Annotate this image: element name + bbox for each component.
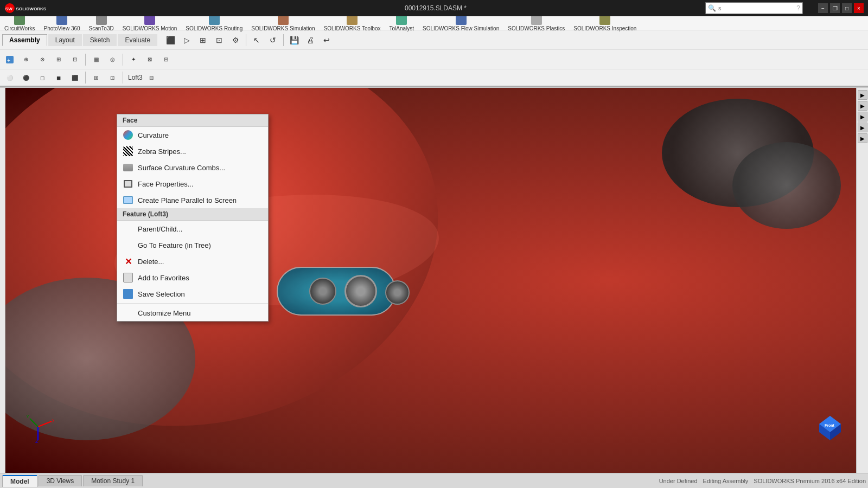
car-button-left bbox=[309, 278, 336, 305]
addin-plastics[interactable]: SOLIDWORKS Plastics bbox=[508, 15, 565, 31]
tab-model[interactable]: Model bbox=[2, 475, 37, 487]
restore-button[interactable]: ❐ bbox=[830, 3, 840, 13]
rt-btn-5[interactable]: ▶ bbox=[858, 133, 867, 143]
ctx-header-feature: Feature (Loft3) bbox=[117, 208, 268, 221]
feature-tool-7[interactable]: ⊡ bbox=[105, 70, 120, 85]
tab-evaluate[interactable]: Evaluate bbox=[118, 34, 157, 46]
svg-text:Front: Front bbox=[825, 423, 835, 427]
toolbar-btn-3[interactable]: ⊞ bbox=[195, 33, 210, 47]
axis-indicator: X Y Z bbox=[22, 410, 54, 443]
ctx-header-face: Face bbox=[117, 114, 268, 127]
addin-routing[interactable]: SOLIDWORKS Routing bbox=[186, 15, 242, 31]
addin-toolbox[interactable]: SOLIDWORKS Toolbox bbox=[324, 15, 381, 31]
svg-text:SOLIDWORKS: SOLIDWORKS bbox=[16, 7, 47, 11]
ctx-curvature[interactable]: Curvature bbox=[117, 127, 268, 143]
svg-text:+: + bbox=[7, 57, 10, 63]
toolbar-rotate[interactable]: ↺ bbox=[265, 33, 280, 47]
ctx-customize-menu[interactable]: Customize Menu bbox=[117, 305, 268, 321]
svg-text:Z: Z bbox=[35, 439, 39, 443]
edition-text: SOLIDWORKS Premium 2016 x64 Edition bbox=[754, 478, 866, 484]
feature-tool-5[interactable]: ⬛ bbox=[67, 70, 82, 85]
feature-tool-8[interactable]: ⊟ bbox=[144, 70, 159, 85]
ctx-parent-child[interactable]: Parent/Child... bbox=[117, 221, 268, 237]
addin-photoview[interactable]: PhotoView 360 bbox=[43, 15, 80, 31]
favorites-icon bbox=[123, 272, 133, 283]
bottom-tabs-bar: Model 3D Views Motion Study 1 Under Defi… bbox=[0, 473, 868, 488]
tab-motion-study[interactable]: Motion Study 1 bbox=[83, 475, 143, 486]
toolbar-save[interactable]: 💾 bbox=[286, 33, 302, 47]
toolbar-print[interactable]: 🖨 bbox=[303, 33, 318, 47]
tab-3dviews[interactable]: 3D Views bbox=[39, 475, 82, 486]
ctx-surface-label: Surface Curvature Combs... bbox=[138, 164, 263, 172]
car-headrest-2 bbox=[732, 142, 841, 229]
search-input[interactable] bbox=[718, 5, 794, 11]
ctx-parent-label: Parent/Child... bbox=[138, 225, 263, 233]
addin-inspection[interactable]: SOLIDWORKS Inspection bbox=[573, 15, 636, 31]
ctx-delete[interactable]: ✕ Delete... bbox=[117, 253, 268, 269]
ctx-create-plane[interactable]: Create Plane Parallel to Screen bbox=[117, 192, 268, 208]
svg-text:SW: SW bbox=[5, 7, 12, 11]
ctx-surface-curvature[interactable]: Surface Curvature Combs... bbox=[117, 159, 268, 176]
ctx-zebra-stripes[interactable]: Zebra Stripes... bbox=[117, 143, 268, 159]
exploded-view-btn[interactable]: ✦ bbox=[126, 53, 141, 67]
ctx-save-selection[interactable]: Save Selection bbox=[117, 286, 268, 302]
search-bar[interactable]: 🔍 ? bbox=[705, 2, 803, 14]
go-to-feature-icon bbox=[123, 240, 133, 251]
addin-motion[interactable]: SOLIDWORKS Motion bbox=[123, 15, 177, 31]
car-control-panel bbox=[277, 267, 396, 316]
view-cube[interactable]: Front bbox=[808, 402, 852, 446]
rt-btn-3[interactable]: ▶ bbox=[858, 112, 867, 121]
smart-mates-btn[interactable]: ⊡ bbox=[67, 53, 82, 67]
new-assembly-btn[interactable]: ⊕ bbox=[18, 53, 34, 67]
feature-tool-3[interactable]: ◻ bbox=[35, 70, 50, 85]
minimize-button[interactable]: − bbox=[818, 3, 828, 13]
feature-tool-2[interactable]: ⚫ bbox=[18, 70, 34, 85]
tab-assembly[interactable]: Assembly bbox=[2, 34, 47, 46]
search-icon: 🔍 bbox=[708, 4, 716, 12]
insert-component-btn[interactable]: + bbox=[2, 53, 17, 67]
clearance-btn[interactable]: ⊟ bbox=[158, 53, 174, 67]
toolbar-btn-2[interactable]: ▷ bbox=[179, 33, 194, 47]
ctx-go-to-feature[interactable]: Go To Feature (in Tree) bbox=[117, 237, 268, 253]
toolbar-undo[interactable]: ↩ bbox=[319, 33, 334, 47]
ctx-face-properties[interactable]: Face Properties... bbox=[117, 176, 268, 192]
toolbar-arrow[interactable]: ↖ bbox=[249, 33, 264, 47]
sep6 bbox=[123, 72, 123, 84]
ctx-curvature-label: Curvature bbox=[138, 131, 263, 139]
ctx-add-to-favorites[interactable]: Add to Favorites bbox=[117, 269, 268, 286]
tab-layout[interactable]: Layout bbox=[48, 34, 82, 46]
addin-tolanalyst[interactable]: TolAnalyst bbox=[389, 15, 414, 31]
ctx-favorites-label: Add to Favorites bbox=[138, 274, 263, 282]
circular-pattern-btn[interactable]: ◎ bbox=[105, 53, 120, 67]
loft3-label: Loft3 bbox=[128, 74, 143, 81]
addin-circuitworks[interactable]: CircuitWorks bbox=[4, 15, 35, 31]
close-button[interactable]: × bbox=[854, 3, 864, 13]
toolbar-btn-4[interactable]: ⊡ bbox=[212, 33, 227, 47]
ctx-customize-label: Customize Menu bbox=[138, 309, 263, 317]
mate-btn[interactable]: ⊗ bbox=[35, 53, 50, 67]
car-button-right bbox=[385, 280, 410, 305]
addin-scanto3d[interactable]: ScanTo3D bbox=[89, 15, 114, 31]
ctx-zebra-label: Zebra Stripes... bbox=[138, 147, 263, 156]
rt-btn-1[interactable]: ▶ bbox=[858, 90, 867, 100]
maximize-button[interactable]: □ bbox=[842, 3, 852, 13]
sep3 bbox=[85, 54, 86, 66]
sep4 bbox=[123, 54, 123, 66]
tab-sketch[interactable]: Sketch bbox=[83, 34, 117, 46]
toolbar-btn-1[interactable]: ⬛ bbox=[163, 33, 178, 47]
interference-btn[interactable]: ⊠ bbox=[142, 53, 157, 67]
toolbar-sep-1 bbox=[246, 34, 246, 46]
rt-btn-2[interactable]: ▶ bbox=[858, 101, 867, 111]
window-controls: − ❐ □ × bbox=[818, 3, 864, 13]
toolbar-btn-5[interactable]: ⚙ bbox=[228, 33, 243, 47]
ctx-delete-label: Delete... bbox=[138, 258, 263, 266]
feature-tool-4[interactable]: ◼ bbox=[51, 70, 66, 85]
addin-flow[interactable]: SOLIDWORKS Flow Simulation bbox=[423, 15, 499, 31]
rt-btn-4[interactable]: ▶ bbox=[858, 123, 867, 132]
feature-tool-1[interactable]: ⚪ bbox=[2, 70, 17, 85]
move-component-btn[interactable]: ⊞ bbox=[51, 53, 66, 67]
toolbar-sep-2 bbox=[283, 34, 284, 46]
linear-pattern-btn[interactable]: ▦ bbox=[88, 53, 104, 67]
feature-tool-6[interactable]: ⊞ bbox=[88, 70, 104, 85]
addin-simulation[interactable]: SOLIDWORKS Simulation bbox=[251, 15, 315, 31]
